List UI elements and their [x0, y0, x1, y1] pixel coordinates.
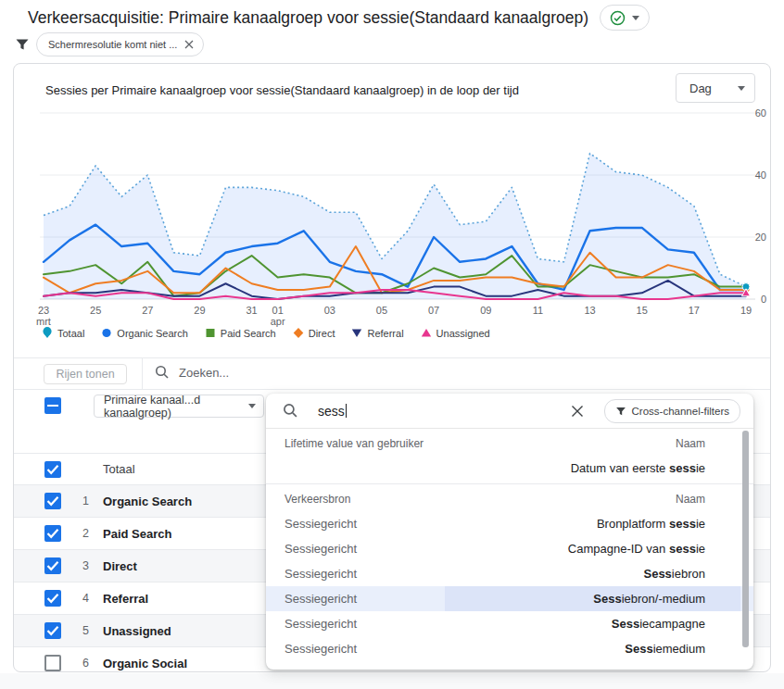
svg-text:07: 07 — [428, 305, 439, 316]
row-checkbox[interactable] — [44, 525, 61, 542]
filter-bar: Schermresolutie komt niet ... — [15, 32, 204, 56]
page-header: Verkeersacquisitie: Primaire kanaalgroep… — [28, 5, 650, 31]
page-bottom-strip — [0, 673, 784, 689]
chip-close-icon[interactable] — [184, 40, 194, 49]
svg-text:mrt: mrt — [36, 316, 51, 327]
triangle-down-icon — [351, 327, 362, 339]
page-title: Verkeersacquisitie: Primaire kanaalgroep… — [28, 8, 588, 28]
row-number: 2 — [65, 527, 89, 540]
divider — [142, 357, 143, 389]
svg-text:13: 13 — [584, 305, 595, 316]
show-rows-button[interactable]: Rijen tonen — [44, 364, 127, 384]
suggestion-name: Sessiebron — [643, 567, 705, 581]
suggestion-scope: Sessiegericht — [285, 567, 357, 581]
group-header-label: Verkeersbron — [285, 493, 350, 506]
chart-title: Sessies per Primaire kanaalgroep voor se… — [45, 83, 519, 97]
legend-label: Totaal — [57, 328, 84, 339]
suggestion-group-header: VerkeersbronNaam — [266, 486, 753, 511]
suggestion-name: Sessiemedium — [625, 642, 705, 656]
channel-name: Organic Search — [103, 495, 192, 508]
suggestion-item[interactable]: SessiegerichtSessiemedium — [266, 636, 753, 661]
svg-text:29: 29 — [194, 305, 205, 316]
legend-item-paid-search[interactable]: Paid Search — [205, 327, 276, 339]
row-checkbox[interactable] — [44, 590, 61, 607]
suggestion-item[interactable]: SessiegerichtCampagne-ID van sessie — [266, 536, 753, 561]
sessions-over-time-chart: 020406023mrt2527293101apr030507091113151… — [14, 101, 771, 332]
diamond-icon — [293, 327, 304, 339]
suggestion-item[interactable]: SessiegerichtBronplatform sessie — [266, 511, 753, 536]
report-status-button[interactable] — [600, 5, 650, 31]
legend-label: Unassigned — [436, 328, 490, 339]
legend-item-organic-search[interactable]: Organic Search — [101, 327, 187, 339]
suggestion-name: Datum van eerste sessie — [571, 461, 705, 475]
legend-item-totaal[interactable]: Totaal — [42, 327, 84, 339]
channel-name: Direct — [103, 559, 137, 573]
suggestion-item[interactable]: SessiegerichtSessiebron — [266, 561, 753, 586]
table-search[interactable]: Zoeken... — [155, 365, 229, 380]
svg-text:0: 0 — [761, 294, 766, 305]
row-checkbox[interactable] — [44, 461, 61, 478]
text-cursor — [346, 404, 347, 418]
panel-search-row: sess Cross-channel-filters — [266, 394, 753, 429]
select-all-checkbox[interactable] — [44, 397, 61, 414]
row-number: 1 — [65, 495, 89, 507]
panel-close-icon[interactable] — [571, 405, 584, 418]
pin-icon — [42, 327, 53, 339]
suggestion-name: Bronplatform sessie — [597, 517, 705, 531]
svg-text:11: 11 — [533, 305, 543, 316]
search-icon — [155, 365, 170, 380]
interval-select[interactable]: Dag — [676, 73, 755, 103]
row-checkbox[interactable] — [44, 622, 61, 639]
chart-canvas: 020406023mrt2527293101apr030507091113151… — [14, 101, 771, 332]
row-number: 4 — [65, 592, 89, 605]
row-number: 3 — [65, 559, 89, 572]
suggestion-scope: Sessiegericht — [285, 642, 357, 656]
svg-text:19: 19 — [740, 305, 752, 316]
search-icon — [283, 403, 298, 419]
svg-text:31: 31 — [246, 305, 257, 316]
row-checkbox[interactable] — [44, 493, 61, 509]
dimension-select[interactable]: Primaire kanaal...d kanaalgroep) — [94, 395, 264, 418]
triangle-up-icon — [421, 327, 432, 339]
svg-text:15: 15 — [637, 305, 648, 316]
check-circle-icon — [610, 10, 626, 26]
row-checkbox[interactable] — [44, 557, 61, 574]
svg-text:40: 40 — [755, 169, 766, 181]
divider — [14, 357, 770, 358]
row-number: 5 — [65, 624, 89, 637]
suggestion-item[interactable]: SessiegerichtSessiebron/-medium — [266, 586, 753, 611]
channel-name: Paid Search — [103, 527, 171, 541]
interval-select-value: Dag — [689, 81, 712, 95]
suggestion-item[interactable]: Datum van eerste sessie — [266, 456, 753, 481]
svg-text:25: 25 — [90, 305, 101, 316]
suggestion-group: Lifetime value van gebruikerNaamDatum va… — [266, 431, 753, 481]
chevron-down-icon — [248, 404, 256, 408]
suggestion-scope: Sessiegericht — [285, 592, 357, 606]
suggestion-scope: Sessiegericht — [285, 517, 357, 531]
suggestion-name: Sessiebron/-medium — [593, 592, 705, 606]
svg-text:05: 05 — [376, 305, 387, 316]
suggestion-scope: Sessiegericht — [285, 617, 357, 631]
svg-text:03: 03 — [324, 305, 335, 316]
legend-item-referral[interactable]: Referral — [351, 327, 403, 339]
legend-label: Organic Search — [117, 328, 187, 339]
legend-item-direct[interactable]: Direct — [293, 327, 335, 339]
svg-text:09: 09 — [480, 305, 491, 316]
chevron-down-icon — [738, 86, 745, 91]
row-checkbox[interactable] — [44, 655, 61, 671]
panel-search-input[interactable]: sess — [318, 404, 345, 419]
legend-label: Direct — [309, 328, 335, 339]
suggestion-item[interactable]: SessiegerichtSessiecampagne — [266, 611, 753, 636]
filter-chip[interactable]: Schermresolutie komt niet ... — [36, 32, 204, 56]
panel-scrollbar[interactable] — [742, 431, 749, 647]
svg-text:17: 17 — [689, 305, 700, 316]
dimension-suggestion-list: Lifetime value van gebruikerNaamDatum va… — [266, 429, 753, 661]
dimension-select-value: Primaire kanaal...d kanaalgroep) — [104, 394, 248, 420]
legend-label: Paid Search — [221, 328, 276, 339]
svg-text:23: 23 — [38, 305, 49, 316]
legend-item-unassigned[interactable]: Unassigned — [421, 327, 490, 339]
total-row-label: Totaal — [103, 462, 135, 476]
cross-channel-filters-button[interactable]: Cross-channel-filters — [604, 399, 740, 423]
suggestion-name: Sessiecampagne — [612, 617, 705, 631]
table-search-placeholder: Zoeken... — [179, 366, 229, 380]
